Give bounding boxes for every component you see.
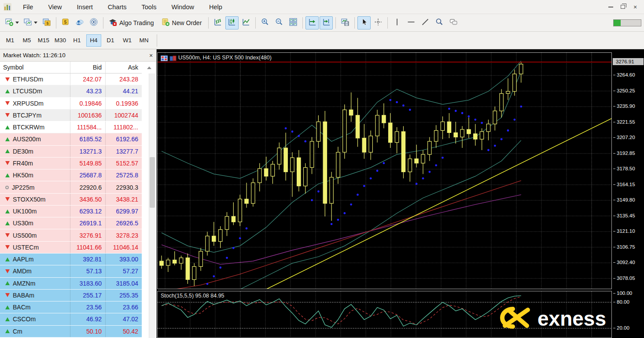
timeframe-m5[interactable]: M5 xyxy=(19,34,34,47)
new-order-button[interactable]: New Order xyxy=(159,16,206,29)
algo-trading-button[interactable]: Algo Trading xyxy=(106,16,158,29)
timeframe-w1[interactable]: W1 xyxy=(120,34,135,47)
timeframe-mn[interactable]: MN xyxy=(136,34,151,47)
line-chart-button[interactable] xyxy=(239,16,253,29)
market-watch-row-FR40m[interactable]: FR40m5149.855152.57 xyxy=(0,158,142,169)
chart-shift-button[interactable] xyxy=(320,16,333,29)
market-watch-row-AMDm[interactable]: AMDm57.1357.27 xyxy=(0,265,142,277)
symbol-name: AMDm xyxy=(13,268,32,275)
ask-value: 22930.3 xyxy=(106,181,142,193)
ask-value: 3438.21 xyxy=(106,194,142,205)
menu-view[interactable]: View xyxy=(40,0,69,14)
market-watch-row-HK50m[interactable]: HK50m25687.825725.8 xyxy=(0,169,142,181)
zoom-out-button[interactable] xyxy=(272,16,286,29)
bid-value: 22920.6 xyxy=(70,181,106,193)
timeframe-m15[interactable]: M15 xyxy=(36,34,51,47)
ask-value: 26926.5 xyxy=(106,217,142,229)
comments-button[interactable] xyxy=(447,16,460,29)
market-watch-scrollbar[interactable] xyxy=(149,73,155,338)
up-arrow-icon xyxy=(5,89,10,93)
market-watch-row-AUS200m[interactable]: AUS200m6185.526192.66 xyxy=(0,133,142,145)
timeframe-h4[interactable]: H4 xyxy=(86,34,101,47)
timeframe-buttons: M1M5M15M30H1H4D1W1MN xyxy=(2,34,152,47)
mql5-button[interactable]: 5 xyxy=(59,16,72,29)
new-chart-button[interactable] xyxy=(3,16,21,29)
market-watch-row-BACm[interactable]: BACm23.5623.66 xyxy=(0,301,142,313)
menu-help[interactable]: Help xyxy=(202,0,230,14)
price-axis-label: 3264.60 xyxy=(613,72,635,78)
scrollbar-thumb[interactable] xyxy=(150,157,155,208)
window-close-button[interactable]: × xyxy=(629,2,641,12)
main-chart-plot[interactable] xyxy=(157,52,612,289)
auto-scroll-icon xyxy=(308,18,316,28)
column-header-symbol[interactable]: Symbol xyxy=(0,62,70,73)
market-watch-row-BTCJPYm[interactable]: BTCJPYm10016361002744 xyxy=(0,110,142,121)
menu-insert[interactable]: Insert xyxy=(70,0,100,14)
menu-window[interactable]: Window xyxy=(164,0,202,14)
horizontal-line-button[interactable] xyxy=(405,16,418,29)
menu-tools[interactable]: Tools xyxy=(134,0,164,14)
price-axis-label: 3092.40 xyxy=(613,259,635,265)
up-arrow-icon xyxy=(5,329,10,333)
magnifier-icon xyxy=(435,18,444,28)
magnifier-button[interactable] xyxy=(433,16,446,29)
price-axis[interactable]: 3276.91 3264.603250.253235.903221.553207… xyxy=(612,49,644,338)
bar-chart-button[interactable] xyxy=(211,16,224,29)
market-watch-row-USTECm[interactable]: USTECm11041.6611046.14 xyxy=(0,242,142,254)
column-header-bid[interactable]: Bid xyxy=(70,62,106,73)
symbol-cell: AAPLm xyxy=(0,254,70,265)
bid-value: 0.19846 xyxy=(70,98,106,109)
scroll-up-button[interactable] xyxy=(142,62,156,73)
community-button[interactable] xyxy=(73,16,86,29)
timeframe-d1[interactable]: D1 xyxy=(103,34,118,47)
market-watch-row-Cm[interactable]: Cm50.1050.42 xyxy=(0,326,142,338)
timeframe-m30[interactable]: M30 xyxy=(53,34,68,47)
market-watch-row-DE30m[interactable]: DE30m13271.313277.7 xyxy=(0,146,142,158)
chart-area: US500m, H4: US SPX 500 Index(480) Stoch(… xyxy=(157,49,644,338)
profiles-button[interactable] xyxy=(22,16,39,29)
bid-value: 3183.60 xyxy=(70,278,106,289)
timeframe-h1[interactable]: H1 xyxy=(70,34,85,47)
cursor-button[interactable] xyxy=(357,16,371,29)
algo-trading-icon xyxy=(108,18,117,28)
price-axis-label: 3078.05 xyxy=(613,275,635,281)
market-watch-button[interactable]: $ xyxy=(40,16,53,29)
menu-charts[interactable]: Charts xyxy=(100,0,134,14)
price-axis-label: 3235.90 xyxy=(613,103,635,109)
market-watch-row-XRPUSDm[interactable]: XRPUSDm0.198460.19936 xyxy=(0,98,142,110)
symbol-cell: AMZNm xyxy=(0,278,70,289)
market-watch-row-AMZNm[interactable]: AMZNm3183.603185.04 xyxy=(0,278,142,290)
market-watch-row-LTCUSDm[interactable]: LTCUSDm43.2344.21 xyxy=(0,85,142,97)
crosshair-button[interactable] xyxy=(372,16,385,29)
up-arrow-icon xyxy=(5,173,10,177)
window-restore-button[interactable] xyxy=(617,2,629,12)
column-header-ask[interactable]: Ask xyxy=(106,62,142,73)
bid-value: 6293.12 xyxy=(70,206,106,217)
candlestick-chart-button[interactable] xyxy=(225,16,239,29)
symbol-cell: BACm xyxy=(0,301,70,313)
zoom-in-button[interactable] xyxy=(258,16,272,29)
tile-windows-button[interactable] xyxy=(287,16,300,29)
market-watch-close-button[interactable]: × xyxy=(146,52,156,59)
price-axis-label: 3121.10 xyxy=(613,228,635,234)
timeframe-m1[interactable]: M1 xyxy=(3,34,18,47)
market-watch-row-US30m[interactable]: US30m26919.126926.5 xyxy=(0,217,142,229)
signals-button[interactable] xyxy=(87,16,100,29)
market-watch-row-JP225m[interactable]: JP225m22920.622930.3 xyxy=(0,181,142,193)
market-watch-row-CSCOm[interactable]: CSCOm46.9247.02 xyxy=(0,313,142,325)
auto-scroll-button[interactable] xyxy=(305,16,319,29)
market-watch-row-BABAm[interactable]: BABAm255.17255.35 xyxy=(0,290,142,301)
market-watch-row-UK100m[interactable]: UK100m6293.126299.97 xyxy=(0,206,142,217)
market-watch-row-ETHUSDm[interactable]: ETHUSDm242.07243.28 xyxy=(0,73,142,85)
trendline-button[interactable] xyxy=(419,16,432,29)
market-watch-row-STOXX50m[interactable]: STOXX50m3436.503438.21 xyxy=(0,194,142,206)
price-axis-label: 3192.85 xyxy=(613,150,635,156)
market-watch-row-AAPLm[interactable]: AAPLm392.81393.00 xyxy=(0,254,142,265)
market-watch-row-BTCKRWm[interactable]: BTCKRWm111584...111802... xyxy=(0,121,142,133)
window-minimize-button[interactable] xyxy=(604,2,617,12)
vertical-line-button[interactable] xyxy=(390,16,404,29)
symbol-name: XRPUSDm xyxy=(13,100,44,107)
market-watch-row-US500m[interactable]: US500m3276.913278.23 xyxy=(0,229,142,241)
save-template-button[interactable] xyxy=(339,16,352,29)
menu-file[interactable]: File xyxy=(15,0,40,14)
